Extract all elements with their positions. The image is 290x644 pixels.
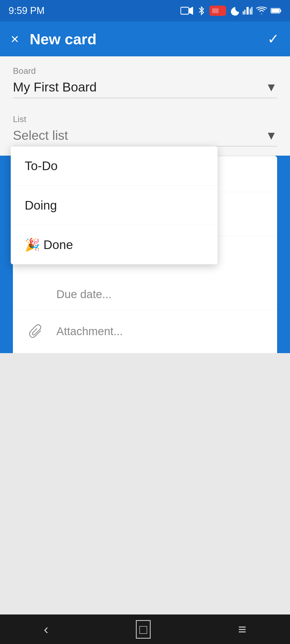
app-bar: × New card ✓ <box>0 21 290 56</box>
form-container: Board My First Board ▼ List Select list … <box>0 56 290 619</box>
list-dropdown[interactable]: Select list ▼ <box>13 128 277 147</box>
svg-marker-9 <box>251 7 252 14</box>
list-placeholder: Select list <box>13 128 68 143</box>
menu-button[interactable]: ≡ <box>238 621 246 637</box>
recording-badge <box>209 6 226 16</box>
close-button[interactable]: × <box>11 31 19 47</box>
attachment-icon <box>27 322 46 341</box>
list-section: List Select list ▼ <box>0 105 290 153</box>
video-camera-icon <box>180 6 193 16</box>
status-time: 9:59 PM <box>9 5 45 16</box>
svg-marker-1 <box>189 7 193 15</box>
svg-rect-4 <box>212 8 219 13</box>
back-button[interactable]: ‹ <box>44 621 48 637</box>
battery-icon <box>271 8 281 14</box>
list-dropdown-menu: To-Do Doing 🎉 Done <box>11 146 218 264</box>
svg-rect-0 <box>181 7 189 14</box>
svg-marker-3 <box>220 7 224 14</box>
dropdown-item-todo-label: To-Do <box>25 159 58 173</box>
svg-marker-5 <box>247 7 249 14</box>
board-label: Board <box>13 66 277 76</box>
due-date-item[interactable]: Due date... <box>13 279 277 309</box>
dropdown-item-done-label: Done <box>44 238 73 252</box>
svg-marker-6 <box>243 11 244 14</box>
dropdown-item-todo[interactable]: To-Do <box>11 146 218 186</box>
attachment-item[interactable]: Attachment... <box>13 309 277 353</box>
due-date-label: Due date... <box>56 288 111 301</box>
dropdown-item-done[interactable]: 🎉 Done <box>11 225 218 264</box>
status-bar: 9:59 PM <box>0 0 290 21</box>
svg-marker-7 <box>244 10 245 14</box>
status-icons <box>180 5 281 16</box>
dropdown-item-done-emoji: 🎉 <box>25 238 44 252</box>
svg-rect-11 <box>280 10 281 12</box>
board-value: My First Board <box>13 80 97 94</box>
home-button[interactable]: □ <box>136 620 151 639</box>
bottom-area <box>0 353 290 619</box>
page-title: New card <box>30 30 267 48</box>
board-section: Board My First Board ▼ <box>0 56 290 105</box>
confirm-button[interactable]: ✓ <box>267 31 279 47</box>
list-label: List <box>13 114 277 124</box>
svg-rect-12 <box>271 9 280 13</box>
list-dropdown-arrow: ▼ <box>265 129 277 142</box>
attachment-label: Attachment... <box>56 325 123 338</box>
board-dropdown-arrow: ▼ <box>265 80 277 94</box>
dropdown-item-doing-label: Doing <box>25 198 57 212</box>
moon-icon <box>230 6 239 16</box>
dropdown-item-doing[interactable]: Doing <box>11 186 218 225</box>
wifi-icon <box>256 7 267 15</box>
nav-bar: ‹ □ ≡ <box>0 614 290 644</box>
signal-icon <box>243 6 252 16</box>
bluetooth-icon <box>197 5 206 16</box>
svg-marker-8 <box>250 9 251 14</box>
board-dropdown[interactable]: My First Board ▼ <box>13 80 277 98</box>
